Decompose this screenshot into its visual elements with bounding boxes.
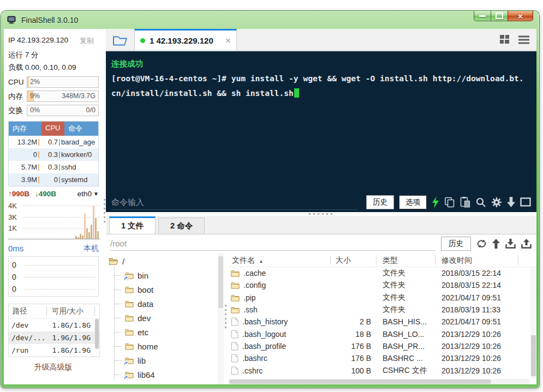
directory-tree: /binbootdatadevetchomeliblib64: [106, 253, 218, 384]
parent-directory-icon[interactable]: [492, 239, 500, 249]
process-header-mem[interactable]: 内存: [9, 122, 41, 136]
session-tab-label: 1 42.193.229.120: [150, 36, 213, 45]
process-header-cmd[interactable]: 命令: [64, 122, 98, 136]
file-row[interactable]: .bash_profile176 BBASH_PR...2013/12/29 1…: [228, 340, 536, 352]
file-list-header: 文件名▲ 大小 类型 修改时间: [228, 253, 536, 267]
file-row[interactable]: .ssh文件夹2018/03/19 11:33: [228, 304, 536, 316]
file-name-label: .config: [243, 281, 266, 290]
upload-icon[interactable]: [521, 239, 532, 249]
bottom-tab-bar: 1 文件 2 命令: [106, 216, 536, 234]
scrollbar-thumb[interactable]: [531, 335, 536, 376]
terminal-panel[interactable]: 连接成功[root@VM-16-4-centos ~]# yum install…: [106, 51, 536, 212]
file-row[interactable]: .config文件夹2018/03/15 22:14: [228, 279, 536, 291]
tree-item-data[interactable]: data: [106, 297, 218, 311]
monitor-sidebar: IP 42.193.229.120 复制 运行 7 分 负载 0.00, 0.1…: [4, 29, 103, 384]
process-row[interactable]: 13.2M0.7barad_age: [9, 136, 98, 148]
file-size: 100 B: [331, 366, 377, 375]
column-header-type[interactable]: 类型: [377, 255, 435, 265]
interface-dropdown[interactable]: eth0 ▼: [77, 190, 99, 198]
disk-row[interactable]: /dev/...1.9G/1.9G: [9, 331, 99, 344]
command-input[interactable]: 命令输入: [111, 195, 358, 210]
scroll-down-icon[interactable]: [507, 197, 515, 207]
disk-row[interactable]: /run1.8G/1.9G: [9, 344, 99, 357]
file-name-cell: .cache: [228, 269, 331, 278]
scrollbar-thumb[interactable]: [218, 256, 223, 308]
upload-rate: ↑990B: [8, 190, 29, 198]
vertical-scrollbar[interactable]: [530, 267, 536, 379]
search-icon[interactable]: [475, 197, 486, 208]
scrollbar-thumb[interactable]: [229, 379, 491, 384]
cpu-bar-icon: [59, 139, 60, 146]
options-button[interactable]: 选项: [399, 195, 427, 209]
process-row[interactable]: 00.3kworker/0: [9, 148, 98, 161]
vertical-splitter[interactable]: [224, 253, 228, 384]
paste-icon[interactable]: [460, 196, 470, 208]
tree-item-lib64[interactable]: lib64: [106, 367, 218, 382]
tree-branch-icon: [115, 346, 121, 347]
file-row[interactable]: .cache文件夹2018/03/15 22:14: [228, 267, 536, 279]
path-history-button[interactable]: 历史: [441, 237, 471, 251]
title-bar[interactable]: FinalShell 3.0.10: [1, 11, 539, 29]
ping-line: [25, 265, 95, 266]
menu-icon[interactable]: [518, 35, 529, 44]
path-input[interactable]: /root: [110, 237, 435, 251]
column-header-name[interactable]: 文件名▲: [228, 255, 331, 265]
tree-item-root[interactable]: /: [106, 254, 218, 268]
disk-table: 路径 可用/大小 /dev1.8G/1.8G/dev/...1.9G/1.9G/…: [8, 304, 100, 357]
mem-bar-icon: [38, 139, 39, 146]
tab-commands[interactable]: 2 命令: [158, 218, 205, 234]
column-header-size[interactable]: 大小: [331, 255, 377, 265]
session-tab-bar: 1 42.193.229.120 ×: [106, 29, 536, 51]
upgrade-link[interactable]: 升级高级版: [4, 363, 103, 372]
disk-row[interactable]: /dev1.8G/1.8G: [9, 319, 99, 331]
tree-item-boot[interactable]: boot: [106, 282, 218, 297]
file-name-label: .pip: [243, 293, 256, 302]
file-row[interactable]: .pip文件夹2021/04/17 09:51: [228, 292, 536, 304]
tree-item-lib[interactable]: lib: [106, 353, 218, 367]
horizontal-splitter[interactable]: [106, 212, 536, 216]
refresh-icon[interactable]: [476, 239, 487, 249]
copy-ip-button[interactable]: 复制: [80, 36, 94, 46]
tree-item-bin[interactable]: bin: [106, 268, 218, 282]
folder-icon: [125, 272, 134, 279]
session-tab[interactable]: 1 42.193.229.120 ×: [134, 29, 237, 50]
copy-icon[interactable]: [444, 197, 455, 208]
history-button[interactable]: 历史: [366, 195, 394, 209]
disk-header-size: 可用/大小: [47, 306, 95, 316]
tree-scrollbar[interactable]: [218, 253, 224, 384]
file-row[interactable]: .bashrc176 BBASHRC ...2013/12/29 10:26: [228, 352, 536, 364]
tree-item-dev[interactable]: dev: [106, 311, 218, 325]
chevron-down-icon: ▼: [93, 191, 99, 197]
tree-item-home[interactable]: home: [106, 339, 218, 353]
maximize-button[interactable]: [491, 11, 508, 21]
close-button[interactable]: ×: [508, 11, 533, 21]
meter-label: CPU: [8, 78, 27, 86]
tree-item-etc[interactable]: etc: [106, 325, 218, 339]
network-bar: [88, 232, 90, 239]
process-row[interactable]: 3.9M0systemd: [9, 173, 98, 186]
connection-manager-button[interactable]: [106, 31, 134, 49]
tile-view-icon[interactable]: [499, 35, 511, 44]
fullscreen-icon[interactable]: [520, 197, 531, 207]
download-icon[interactable]: [505, 239, 516, 249]
process-row[interactable]: 5.7M0.3sshd: [9, 161, 98, 173]
tab-files[interactable]: 1 文件: [109, 216, 156, 234]
terminal-output[interactable]: 连接成功[root@VM-16-4-centos ~]# yum install…: [106, 51, 536, 100]
file-name-cell: .ssh: [228, 305, 331, 314]
disk-scrollbar[interactable]: [95, 319, 99, 349]
settings-gear-icon[interactable]: [491, 197, 502, 208]
file-size: 176 B: [331, 354, 377, 363]
tab-close-icon[interactable]: ×: [225, 36, 231, 45]
file-row[interactable]: .bash_history2 BBASH_HIS...2021/04/17 09…: [228, 316, 536, 328]
ping-header: 0ms 本机: [8, 244, 99, 254]
quick-command-icon[interactable]: [432, 196, 439, 208]
minimize-button[interactable]: [474, 11, 491, 21]
file-row[interactable]: .cshrc100 BCSHRC 文件2013/12/29 10:26: [228, 364, 536, 376]
process-header-cpu[interactable]: CPU: [41, 122, 64, 136]
column-header-mtime[interactable]: 修改时间: [435, 255, 518, 265]
horizontal-scrollbar[interactable]: [228, 379, 530, 384]
file-row[interactable]: .bash_logout18 BBASH_LO...2013/12/29 10:…: [228, 328, 536, 340]
main-area: 1 42.193.229.120 × 连接成功[root@VM-16-4-cen…: [106, 29, 536, 384]
terminal-toolbar: 命令输入 历史 选项: [106, 192, 536, 212]
process-table-header[interactable]: 内存 CPU 命令: [9, 122, 98, 136]
